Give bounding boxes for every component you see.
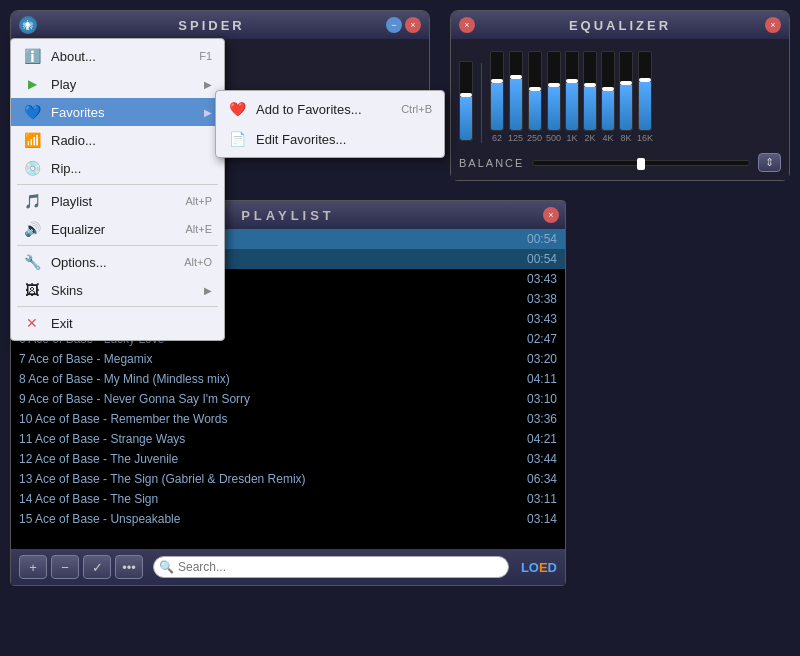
eq-track-3[interactable] [528, 51, 542, 131]
add-favorites-label: Add to Favorites... [256, 102, 362, 117]
playlist-item-11[interactable]: 11 Ace of Base - Strange Ways 04:21 [11, 429, 565, 449]
eq-track-4[interactable] [547, 51, 561, 131]
balance-track[interactable] [532, 160, 750, 166]
options-label: Options... [51, 255, 174, 270]
playlist-footer: + − ✓ ••• 🔍 LOED [11, 549, 565, 585]
submenu-item-add-favorites[interactable]: ❤️ Add to Favorites... Ctrl+B [216, 94, 444, 124]
eq-track-7[interactable] [601, 51, 615, 131]
playlist-icon: 🎵 [23, 192, 41, 210]
playlist-item-13[interactable]: 13 Ace of Base - The Sign (Gabriel & Dre… [11, 469, 565, 489]
track-time-2: 00:54 [517, 252, 557, 266]
eq-track-9[interactable] [638, 51, 652, 131]
playlist-shortcut: Alt+P [185, 195, 212, 207]
menu-item-playlist[interactable]: 🎵 Playlist Alt+P [11, 187, 224, 215]
track-time-12: 03:44 [517, 452, 557, 466]
playlist-item-8[interactable]: 8 Ace of Base - My Mind (Mindless mix) 0… [11, 369, 565, 389]
search-input[interactable] [153, 556, 509, 578]
track-time-1: 00:54 [517, 232, 557, 246]
eq-slider-3: 250 [527, 51, 542, 143]
exit-label: Exit [51, 316, 212, 331]
track-name-11: 11 Ace of Base - Strange Ways [19, 432, 517, 446]
exit-icon: ✕ [23, 314, 41, 332]
eq-close-button[interactable]: × [459, 17, 475, 33]
eq-slider-5: 1K [565, 51, 579, 143]
playlist-item-7[interactable]: 7 Ace of Base - Megamix 03:20 [11, 349, 565, 369]
playlist-item-10[interactable]: 10 Ace of Base - Remember the Words 03:3… [11, 409, 565, 429]
eq-close-button2[interactable]: × [765, 17, 781, 33]
track-name-13: 13 Ace of Base - The Sign (Gabriel & Dre… [19, 472, 517, 486]
rip-label: Rip... [51, 161, 212, 176]
edit-favorites-label: Edit Favorites... [256, 132, 346, 147]
playlist-check-button[interactable]: ✓ [83, 555, 111, 579]
balance-section: BALANCE ⇕ [459, 153, 781, 172]
eq-slider-pre [459, 61, 473, 143]
playlist-item-9[interactable]: 9 Ace of Base - Never Gonna Say I'm Sorr… [11, 389, 565, 409]
about-icon: ℹ️ [23, 47, 41, 65]
eq-track-pre[interactable] [459, 61, 473, 141]
menu-item-favorites[interactable]: 💙 Favorites ▶ [11, 98, 224, 126]
play-label: Play [51, 77, 194, 92]
add-favorites-icon: ❤️ [228, 100, 246, 118]
track-name-14: 14 Ace of Base - The Sign [19, 492, 517, 506]
menu-item-about[interactable]: ℹ️ About... F1 [11, 42, 224, 70]
skins-icon: 🖼 [23, 281, 41, 299]
playlist-more-button[interactable]: ••• [115, 555, 143, 579]
menu-item-exit[interactable]: ✕ Exit [11, 309, 224, 337]
favorites-icon: 💙 [23, 103, 41, 121]
search-icon: 🔍 [159, 560, 174, 574]
playlist-title: PLAYLIST [241, 208, 335, 223]
title-controls: − × [386, 17, 421, 33]
eq-track-5[interactable] [565, 51, 579, 131]
track-time-8: 04:11 [517, 372, 557, 386]
playlist-label: Playlist [51, 194, 175, 209]
eq-slider-1: 62 [490, 51, 504, 143]
balance-handle[interactable] [637, 158, 645, 170]
menu-separator-1 [17, 184, 218, 185]
minimize-button[interactable]: − [386, 17, 402, 33]
favorites-submenu: ❤️ Add to Favorites... Ctrl+B 📄 Edit Fav… [215, 90, 445, 158]
equalizer-menu-icon: 🔊 [23, 220, 41, 238]
eq-track-2[interactable] [509, 51, 523, 131]
eq-title: EQUALIZER [475, 18, 765, 33]
eq-track-6[interactable] [583, 51, 597, 131]
track-name-12: 12 Ace of Base - The Juvenile [19, 452, 517, 466]
playlist-item-12[interactable]: 12 Ace of Base - The Juvenile 03:44 [11, 449, 565, 469]
skins-arrow: ▶ [204, 285, 212, 296]
eq-slider-4: 500 [546, 51, 561, 143]
track-time-15: 03:14 [517, 512, 557, 526]
add-favorites-shortcut: Ctrl+B [401, 103, 432, 115]
eq-titlebar: × EQUALIZER × [451, 11, 789, 39]
playlist-remove-button[interactable]: − [51, 555, 79, 579]
track-name-10: 10 Ace of Base - Remember the Words [19, 412, 517, 426]
eq-body: 62 125 250 500 [451, 39, 789, 180]
playlist-add-button[interactable]: + [19, 555, 47, 579]
playlist-close-button[interactable]: × [543, 207, 559, 223]
play-arrow: ▶ [204, 79, 212, 90]
track-name-7: 7 Ace of Base - Megamix [19, 352, 517, 366]
submenu-item-edit-favorites[interactable]: 📄 Edit Favorites... [216, 124, 444, 154]
eq-slider-2: 125 [508, 51, 523, 143]
menu-item-equalizer[interactable]: 🔊 Equalizer Alt+E [11, 215, 224, 243]
playlist-item-14[interactable]: 14 Ace of Base - The Sign 03:11 [11, 489, 565, 509]
menu-item-rip[interactable]: 💿 Rip... [11, 154, 224, 182]
playlist-item-15[interactable]: 15 Ace of Base - Unspeakable 03:14 [11, 509, 565, 529]
spider-icon: 🕷 [19, 16, 37, 34]
eq-slider-9: 16K [637, 51, 653, 143]
eq-track-8[interactable] [619, 51, 633, 131]
menu-separator-2 [17, 245, 218, 246]
loed-logo: LOED [521, 560, 557, 575]
radio-label: Radio... [51, 133, 212, 148]
menu-item-radio[interactable]: 📶 Radio... [11, 126, 224, 154]
track-name-15: 15 Ace of Base - Unspeakable [19, 512, 517, 526]
eq-track-1[interactable] [490, 51, 504, 131]
close-button[interactable]: × [405, 17, 421, 33]
options-shortcut: Alt+O [184, 256, 212, 268]
equalizer-shortcut: Alt+E [185, 223, 212, 235]
balance-label: BALANCE [459, 157, 524, 169]
balance-settings-btn[interactable]: ⇕ [758, 153, 781, 172]
menu-item-options[interactable]: 🔧 Options... Alt+O [11, 248, 224, 276]
menu-item-play[interactable]: ▶ Play ▶ [11, 70, 224, 98]
eq-sliders: 62 125 250 500 [459, 47, 781, 147]
menu-item-skins[interactable]: 🖼 Skins ▶ [11, 276, 224, 304]
skins-label: Skins [51, 283, 194, 298]
